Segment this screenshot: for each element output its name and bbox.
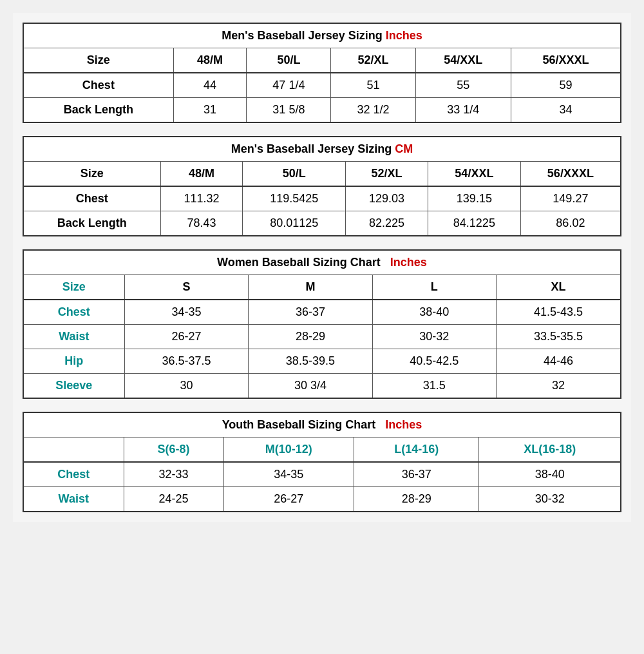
table-cell: 34-35 [124, 300, 248, 325]
men-inches-col-0: Size [23, 48, 173, 73]
table-cell: 32 1/2 [331, 98, 415, 123]
table-cell: 82.225 [346, 211, 428, 236]
table-cell: 86.02 [520, 211, 621, 236]
table-cell: 30 [124, 374, 248, 399]
table-cell: 44 [173, 73, 247, 98]
table-cell: 38.5-39.5 [249, 349, 372, 374]
men-inches-chest-row: Chest 44 47 1/4 51 55 59 [23, 73, 621, 98]
women-inches-title-suffix: Inches [390, 256, 427, 269]
women-inches-sleeve-row: Sleeve 30 30 3/4 31.5 32 [23, 374, 621, 399]
women-inches-col-3: L [372, 275, 496, 300]
table-cell: 78.43 [160, 211, 243, 236]
youth-inches-col-4: XL(16-18) [479, 438, 621, 463]
youth-inches-chest-row: Chest 32-33 34-35 36-37 38-40 [23, 462, 621, 487]
men-cm-col-5: 56/XXXL [520, 162, 621, 187]
women-inches-hip-label: Hip [23, 349, 124, 374]
table-cell: 30 3/4 [249, 374, 372, 399]
table-cell: 119.5425 [243, 186, 346, 211]
women-inches-waist-row: Waist 26-27 28-29 30-32 33.5-35.5 [23, 325, 621, 349]
youth-inches-waist-label: Waist [23, 487, 124, 512]
table-cell: 32-33 [124, 462, 223, 487]
table-cell: 38-40 [479, 462, 621, 487]
table-cell: 34-35 [223, 462, 354, 487]
table-cell: 84.1225 [428, 211, 520, 236]
men-cm-backlength-label: Back Length [23, 211, 160, 236]
table-cell: 36-37 [354, 462, 479, 487]
youth-inches-title-suffix: Inches [385, 418, 422, 431]
youth-inches-title: Youth Baseball Sizing Chart Inches [23, 412, 621, 438]
men-inches-backlength-row: Back Length 31 31 5/8 32 1/2 33 1/4 34 [23, 98, 621, 123]
women-inches-sleeve-label: Sleeve [23, 374, 124, 399]
men-cm-chest-label: Chest [23, 186, 160, 211]
men-cm-chest-row: Chest 111.32 119.5425 129.03 139.15 149.… [23, 186, 621, 211]
table-cell: 47 1/4 [247, 73, 331, 98]
men-inches-col-3: 52/XL [331, 48, 415, 73]
youth-inches-waist-row: Waist 24-25 26-27 28-29 30-32 [23, 487, 621, 512]
women-inches-title-text: Women Baseball Sizing Chart [217, 256, 381, 269]
men-cm-title: Men's Baseball Jersey Sizing CM [23, 137, 621, 162]
women-inches-col-1: S [124, 275, 248, 300]
table-cell: 32 [497, 374, 621, 399]
men-cm-table: Men's Baseball Jersey Sizing CM Size 48/… [23, 136, 621, 236]
men-cm-col-4: 54/XXL [428, 162, 520, 187]
table-cell: 28-29 [249, 325, 372, 349]
table-cell: 26-27 [124, 325, 248, 349]
table-cell: 44-46 [497, 349, 621, 374]
table-cell: 129.03 [346, 186, 428, 211]
men-inches-col-2: 50/L [247, 48, 331, 73]
table-cell: 33.5-35.5 [497, 325, 621, 349]
women-inches-chest-label: Chest [23, 300, 124, 325]
table-cell: 36.5-37.5 [124, 349, 248, 374]
table-cell: 41.5-43.5 [497, 300, 621, 325]
men-inches-col-1: 48/M [173, 48, 247, 73]
men-inches-col-4: 54/XXL [415, 48, 511, 73]
table-cell: 30-32 [479, 487, 621, 512]
table-cell: 26-27 [223, 487, 354, 512]
youth-inches-title-text: Youth Baseball Sizing Chart [222, 418, 376, 431]
men-inches-title-suffix: Inches [386, 29, 422, 42]
women-inches-col-2: M [249, 275, 372, 300]
women-inches-col-4: XL [497, 275, 621, 300]
men-cm-col-0: Size [23, 162, 160, 187]
women-inches-chest-row: Chest 34-35 36-37 38-40 41.5-43.5 [23, 300, 621, 325]
men-inches-backlength-label: Back Length [23, 98, 173, 123]
youth-inches-chest-label: Chest [23, 462, 124, 487]
men-inches-title: Men's Baseball Jersey Sizing Inches [23, 23, 621, 48]
youth-inches-col-0 [23, 438, 124, 463]
table-cell: 31 [173, 98, 247, 123]
table-cell: 38-40 [372, 300, 496, 325]
youth-inches-col-3: L(14-16) [354, 438, 479, 463]
table-cell: 24-25 [124, 487, 223, 512]
table-cell: 30-32 [372, 325, 496, 349]
table-cell: 34 [511, 98, 621, 123]
table-cell: 80.01125 [243, 211, 346, 236]
table-cell: 33 1/4 [415, 98, 511, 123]
page-wrapper: Men's Baseball Jersey Sizing Inches Size… [13, 13, 631, 522]
men-cm-backlength-row: Back Length 78.43 80.01125 82.225 84.122… [23, 211, 621, 236]
women-inches-hip-row: Hip 36.5-37.5 38.5-39.5 40.5-42.5 44-46 [23, 349, 621, 374]
table-cell: 55 [415, 73, 511, 98]
table-cell: 111.32 [160, 186, 243, 211]
table-cell: 51 [331, 73, 415, 98]
table-cell: 28-29 [354, 487, 479, 512]
men-inches-table: Men's Baseball Jersey Sizing Inches Size… [23, 23, 621, 123]
men-cm-title-text: Men's Baseball Jersey Sizing [231, 142, 392, 155]
men-cm-col-3: 52/XL [346, 162, 428, 187]
table-cell: 31 5/8 [247, 98, 331, 123]
men-cm-col-2: 50/L [243, 162, 346, 187]
women-inches-title: Women Baseball Sizing Chart Inches [23, 250, 621, 275]
table-cell: 36-37 [249, 300, 372, 325]
youth-inches-col-1: S(6-8) [124, 438, 223, 463]
men-inches-title-text: Men's Baseball Jersey Sizing [222, 29, 382, 42]
women-inches-col-0: Size [23, 275, 124, 300]
women-inches-table: Women Baseball Sizing Chart Inches Size … [23, 249, 621, 399]
men-inches-chest-label: Chest [23, 73, 173, 98]
youth-inches-table: Youth Baseball Sizing Chart Inches S(6-8… [23, 412, 621, 512]
table-cell: 149.27 [520, 186, 621, 211]
table-cell: 59 [511, 73, 621, 98]
women-inches-waist-label: Waist [23, 325, 124, 349]
table-cell: 139.15 [428, 186, 520, 211]
men-cm-title-suffix: CM [395, 142, 413, 155]
table-cell: 40.5-42.5 [372, 349, 496, 374]
table-cell: 31.5 [372, 374, 496, 399]
